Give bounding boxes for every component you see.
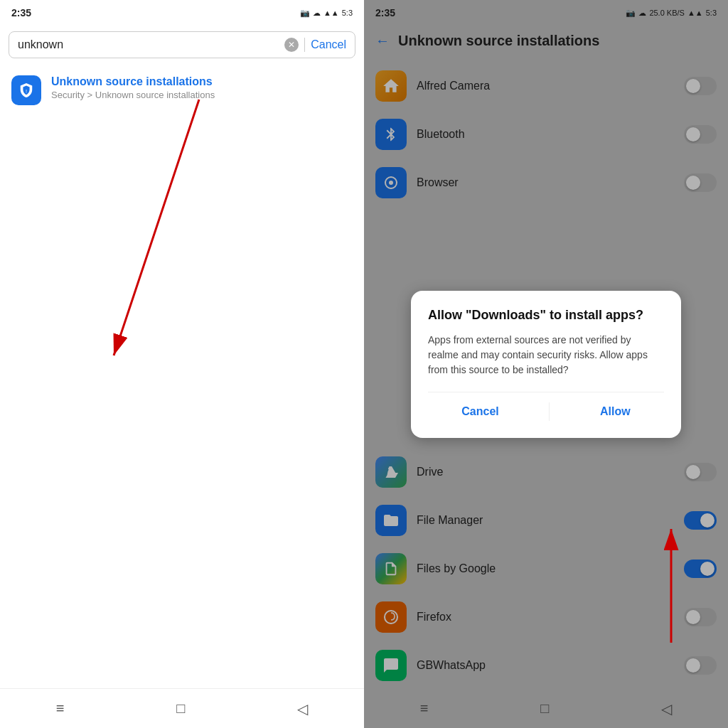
dialog-cancel-button[interactable]: Cancel — [444, 402, 515, 421]
left-panel: 2:35 📷 ☁ ▲▲ 5:3 ✕ Cancel ! Unknown sourc… — [0, 0, 364, 728]
status-icons-left: 📷 ☁ ▲▲ 5:3 — [300, 9, 353, 18]
nav-home-left[interactable]: □ — [176, 700, 185, 717]
svg-text:!: ! — [26, 88, 27, 95]
result-security-icon: ! — [11, 75, 41, 105]
search-result-item[interactable]: ! Unknown source installations Security … — [0, 64, 364, 117]
dialog-overlay: Allow "Downloads" to install apps? Apps … — [364, 0, 728, 728]
search-input[interactable] — [18, 38, 279, 51]
search-cancel-button[interactable]: Cancel — [311, 38, 346, 51]
result-subtitle: Security > Unknown source installations — [51, 90, 353, 100]
dialog-body: Apps from external sources are not verif… — [428, 333, 664, 378]
result-text: Unknown source installations Security > … — [51, 75, 353, 100]
arrow-annotation-left — [57, 85, 242, 384]
nav-menu-left[interactable]: ≡ — [56, 700, 65, 717]
status-time-left: 2:35 — [11, 7, 31, 18]
result-title: Unknown source installations — [51, 75, 353, 88]
search-clear-button[interactable]: ✕ — [284, 38, 299, 52]
dialog-actions: Cancel Allow — [428, 392, 664, 421]
status-bar-left: 2:35 📷 ☁ ▲▲ 5:3 — [0, 0, 364, 26]
result-title-rest: source installations — [105, 75, 212, 87]
dialog: Allow "Downloads" to install apps? Apps … — [411, 291, 681, 438]
nav-back-left[interactable]: ◁ — [297, 700, 308, 717]
bottom-nav-left: ≡ □ ◁ — [0, 688, 364, 728]
dialog-title: Allow "Downloads" to install apps? — [428, 308, 664, 323]
dialog-allow-button[interactable]: Allow — [583, 402, 648, 421]
search-bar[interactable]: ✕ Cancel — [9, 31, 355, 58]
result-title-highlight: Unknown — [51, 75, 102, 87]
right-panel: 2:35 📷 ☁ 25.0 KB/S ▲▲ 5:3 ← Unknown sour… — [364, 0, 728, 728]
search-divider — [304, 38, 305, 52]
svg-line-2 — [114, 100, 199, 355]
